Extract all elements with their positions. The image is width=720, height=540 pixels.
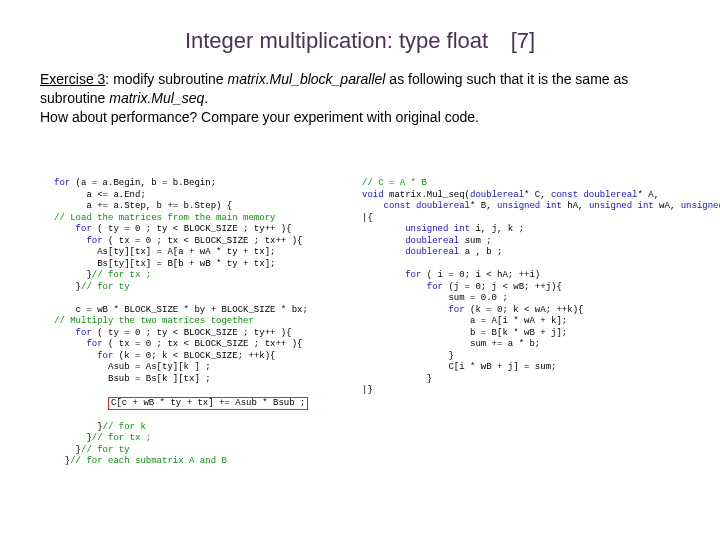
c: } <box>54 270 92 280</box>
kw-for: for <box>54 178 70 188</box>
c: } <box>54 282 81 292</box>
c: b = B[k * wB + j]; <box>362 328 567 338</box>
c: |} <box>362 385 373 395</box>
c: |{ <box>362 213 373 223</box>
c: } <box>362 351 454 361</box>
kw: doublereal <box>470 190 524 200</box>
c: } <box>54 422 103 432</box>
kw-for: for <box>86 339 102 349</box>
c: a , b ; <box>459 247 502 257</box>
c: wA, <box>654 201 681 211</box>
t3: How about performance? Compare your expe… <box>40 109 479 125</box>
cmt: // for ty <box>81 445 130 455</box>
c: a <= a.End; <box>54 190 146 200</box>
kw: doublereal <box>405 247 459 257</box>
kw: unsigned int <box>405 224 470 234</box>
c: (k = 0; k < BLOCK_SIZE; ++k){ <box>113 351 275 361</box>
exercise-label: Exercise 3 <box>40 71 105 87</box>
code-area: for (a = a.Begin, b = b.Begin; a <= a.En… <box>54 178 678 498</box>
c: Asub = As[ty][k ] ; <box>54 362 211 372</box>
c: * B, <box>470 201 497 211</box>
c: } <box>54 456 70 466</box>
c: ( i = 0; i < hA; ++i) <box>421 270 540 280</box>
kw-for: for <box>76 328 92 338</box>
t1b: as following such that it is the same as <box>385 71 628 87</box>
c: C[c + wB * ty + tx] += Asub * Bsub ; <box>111 398 305 408</box>
kw: unsigned int <box>497 201 562 211</box>
c: c = wB * BLOCK_SIZE * by + BLOCK_SIZE * … <box>54 305 308 315</box>
kw-for: for <box>76 224 92 234</box>
c: (a = a.Begin, b = b.Begin; <box>70 178 216 188</box>
c: ( ty = 0 ; ty < BLOCK_SIZE ; ty++ ){ <box>92 224 292 234</box>
slide: Integer multiplication: type float [7] E… <box>0 0 720 540</box>
title-row: Integer multiplication: type float [7] <box>0 0 720 64</box>
cmt: // for tx ; <box>92 433 151 443</box>
kw: unsigned int <box>681 201 720 211</box>
kw: const doublereal <box>551 190 637 200</box>
c: a = A[i * wA + k]; <box>362 316 567 326</box>
kw-for: for <box>448 305 464 315</box>
c: Bsub = Bs[k ][tx] ; <box>54 374 211 384</box>
c: sum = 0.0 ; <box>362 293 508 303</box>
highlighted-line: C[c + wB * ty + tx] += Asub * Bsub ; <box>108 397 308 411</box>
kw: void <box>362 190 384 200</box>
c: hA, <box>562 201 589 211</box>
t2b: . <box>204 90 208 106</box>
c: } <box>54 433 92 443</box>
cmt: // for each submatrix A and B <box>70 456 227 466</box>
slide-tag: [7] <box>511 28 535 53</box>
kw-for: for <box>86 236 102 246</box>
t1a: : modify subroutine <box>105 71 227 87</box>
right-code-block: // C = A * B void matrix.Mul_seq(doubler… <box>362 178 682 397</box>
c: } <box>54 445 81 455</box>
c: a += a.Step, b += b.Step) { <box>54 201 232 211</box>
cmt: // for ty <box>81 282 130 292</box>
kw-for: for <box>405 270 421 280</box>
slide-title: Integer multiplication: type float <box>185 28 488 53</box>
c: C[i * wB + j] = sum; <box>362 362 556 372</box>
kw: const doublereal <box>384 201 470 211</box>
c: sum += a * b; <box>362 339 540 349</box>
fn2: matrix.Mul_seq <box>109 90 204 106</box>
t2a: subroutine <box>40 90 109 106</box>
cmt: // for tx ; <box>92 270 151 280</box>
c: As[ty][tx] = A[a + wA * ty + tx]; <box>54 247 275 257</box>
c: i, j, k ; <box>470 224 524 234</box>
kw-for: for <box>427 282 443 292</box>
left-code-block: for (a = a.Begin, b = b.Begin; a <= a.En… <box>54 178 364 468</box>
cmt: // for k <box>103 422 146 432</box>
c: ( tx = 0 ; tx < BLOCK_SIZE ; tx++ ){ <box>103 339 303 349</box>
kw: unsigned int <box>589 201 654 211</box>
cmt: // Load the matrices from the main memor… <box>54 213 275 223</box>
fn1: matrix.Mul_block_parallel <box>228 71 386 87</box>
c: sum ; <box>459 236 491 246</box>
cmt: // C = A * B <box>362 178 427 188</box>
c: Bs[ty][tx] = B[b + wB * ty + tx]; <box>54 259 275 269</box>
kw-for: for <box>97 351 113 361</box>
c: * A, <box>637 190 659 200</box>
c: (j = 0; j < wB; ++j){ <box>443 282 562 292</box>
c: (k = 0; k < wA; ++k){ <box>465 305 584 315</box>
cmt: // Multiply the two matrices together <box>54 316 254 326</box>
c: ( tx = 0 ; tx < BLOCK_SIZE ; tx++ ){ <box>103 236 303 246</box>
c: } <box>362 374 432 384</box>
kw: doublereal <box>405 236 459 246</box>
c: * C, <box>524 190 551 200</box>
exercise-text: Exercise 3: modify subroutine matrix.Mul… <box>0 64 720 127</box>
c: matrix.Mul_seq( <box>384 190 470 200</box>
c: ( ty = 0 ; ty < BLOCK_SIZE ; ty++ ){ <box>92 328 292 338</box>
